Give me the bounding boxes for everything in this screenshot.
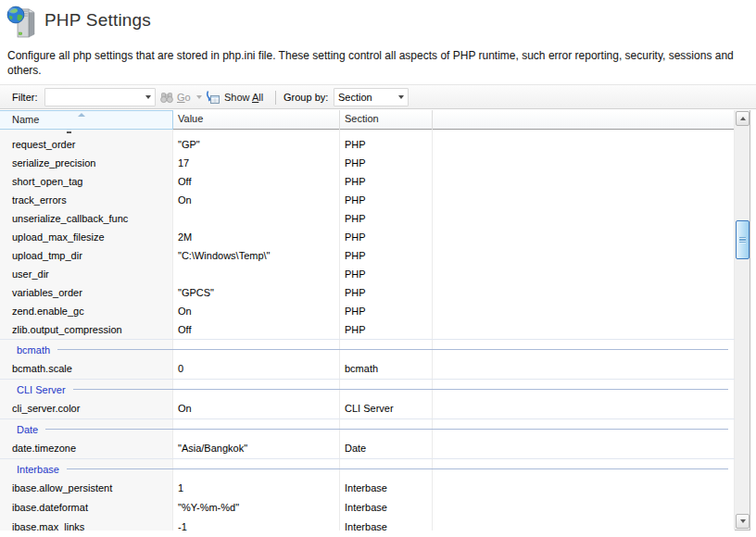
sort-ascending-icon (78, 113, 85, 117)
cell-section: Interbase (340, 498, 433, 518)
group-by-combobox[interactable]: Section (334, 88, 409, 106)
chevron-down-icon[interactable] (145, 95, 151, 99)
cell-filler (433, 518, 735, 531)
scroll-thumb[interactable] (736, 220, 750, 259)
cell-name: date.timezone (0, 439, 173, 458)
cell-filler (433, 302, 735, 320)
table-row[interactable]: track_errorsOnPHP (0, 191, 735, 209)
cell-value: 1 (173, 479, 340, 498)
scroll-up-button[interactable] (736, 111, 750, 126)
table-row[interactable]: date.timezone"Asia/Bangkok"Date (0, 439, 735, 458)
cell-section: PHP (340, 246, 433, 265)
table-row[interactable]: bcmath.scale0bcmath (0, 359, 735, 379)
table-body: request_order"GP"PHPserialize_precision1… (0, 130, 735, 531)
cell-value: "%Y-%m-%d" (173, 498, 340, 518)
cell-filler (433, 228, 735, 246)
cell-name: serialize_precision (0, 154, 173, 172)
cell-filler (433, 399, 735, 418)
cell-section: CLI Server (340, 399, 433, 418)
group-line (45, 429, 728, 430)
column-header-row: Name Value Section (0, 110, 735, 130)
cell-section: Date (340, 439, 433, 458)
cell-section: PHP (340, 191, 433, 209)
column-header-section[interactable]: Section (340, 110, 433, 130)
thumb-gripper-icon (739, 237, 746, 244)
cell-filler (433, 439, 735, 458)
table-row[interactable]: zend.enable_gcOnPHP (0, 302, 735, 320)
toolbar: Filter: Go Show All Group by: Section (0, 84, 756, 109)
table-row[interactable]: upload_max_filesize2MPHP (0, 228, 735, 246)
group-label: Date (17, 424, 38, 435)
cell-section: PHP (340, 135, 433, 154)
table-row[interactable]: cli_server.colorOnCLI Server (0, 399, 735, 418)
cell-filler (433, 498, 735, 518)
go-button[interactable]: Go (159, 85, 202, 109)
table-row[interactable]: variables_order"GPCS"PHP (0, 283, 735, 302)
cell-filler (433, 246, 735, 265)
table-row[interactable]: user_dirPHP (0, 265, 735, 283)
cell-name: bcmath.scale (0, 359, 173, 379)
cell-value: "GPCS" (173, 283, 340, 302)
cell-filler (433, 479, 735, 498)
group-header: CLI Server (0, 379, 735, 399)
table-row[interactable]: ibase.allow_persistent1Interbase (0, 479, 735, 498)
vertical-scrollbar[interactable] (734, 110, 750, 530)
group-header: Date (0, 418, 735, 439)
column-header-name[interactable]: Name (0, 110, 173, 130)
cell-name: ibase.dateformat (0, 498, 173, 518)
column-header-value[interactable]: Value (173, 110, 340, 130)
cell-section: PHP (340, 228, 433, 246)
cell-filler (433, 172, 735, 191)
settings-list: Name Value Section request_order"GP"PHPs… (0, 110, 750, 531)
cell-filler (433, 320, 735, 339)
column-header-filler (433, 110, 735, 130)
table-row[interactable]: ibase.max_links-1Interbase (0, 518, 735, 531)
cell-filler (433, 209, 735, 228)
table-body-viewport: request_order"GP"PHPserialize_precision1… (0, 130, 735, 531)
go-dropdown-arrow-icon[interactable] (196, 95, 202, 99)
cell-section: PHP (340, 172, 433, 191)
table-row[interactable]: request_order"GP"PHP (0, 135, 735, 154)
cell-value: On (173, 399, 340, 418)
scroll-down-button[interactable] (736, 514, 750, 529)
table-row[interactable]: serialize_precision17PHP (0, 154, 735, 172)
cell-value: Off (173, 320, 340, 339)
filter-combobox[interactable] (44, 88, 156, 106)
cell-name: upload_tmp_dir (0, 246, 173, 265)
cell-name: ibase.max_links (0, 518, 173, 531)
description-line: others. (7, 63, 734, 78)
cell-name: request_order (0, 135, 173, 154)
cell-name: unserialize_callback_func (0, 209, 173, 228)
chevron-down-icon[interactable] (398, 95, 404, 99)
page-title: PHP Settings (44, 10, 151, 31)
page-description: Configure all php settings that are stor… (7, 48, 734, 78)
cell-section: PHP (340, 283, 433, 302)
arrow-up-icon (740, 117, 746, 120)
php-settings-icon (6, 4, 41, 39)
table-row[interactable]: ibase.dateformat"%Y-%m-%d"Interbase (0, 498, 735, 518)
group-header: Interbase (0, 458, 735, 479)
cell-value: 2M (173, 228, 340, 246)
filter-label: Filter: (12, 85, 38, 109)
group-label: Interbase (17, 464, 59, 475)
cell-value: On (173, 302, 340, 320)
cell-section: bcmath (340, 359, 433, 379)
table-row[interactable]: upload_tmp_dir"C:\Windows\Temp\"PHP (0, 246, 735, 265)
table-row[interactable]: zlib.output_compressionOffPHP (0, 320, 735, 339)
group-header: bcmath (0, 339, 735, 359)
group-by-label: Group by: (284, 85, 328, 109)
clipped-text-fragment (67, 131, 71, 133)
table-row[interactable]: short_open_tagOffPHP (0, 172, 735, 191)
clipped-row[interactable] (0, 130, 735, 135)
cell-filler (433, 135, 735, 154)
cell-section: PHP (340, 154, 433, 172)
cell-value: On (173, 191, 340, 209)
cell-filler (433, 154, 735, 172)
cell-value: 0 (173, 359, 340, 379)
cell-name: zlib.output_compression (0, 320, 173, 339)
group-label: bcmath (17, 344, 50, 356)
table-row[interactable]: unserialize_callback_funcPHP (0, 209, 735, 228)
cell-value: Off (173, 172, 340, 191)
show-all-button[interactable]: Show All (205, 85, 263, 109)
cell-name: track_errors (0, 191, 173, 209)
